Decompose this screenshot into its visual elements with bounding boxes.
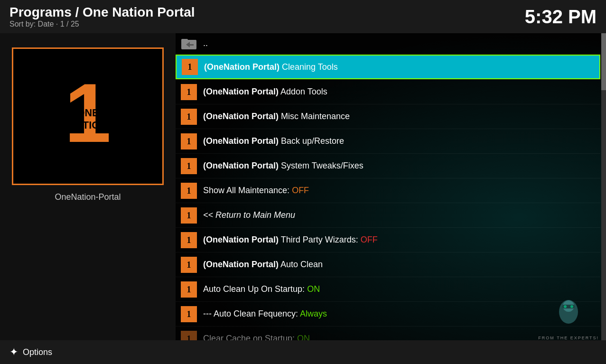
scrollbar[interactable] xyxy=(601,33,606,340)
list-item[interactable]: 1 Auto Clean Up On Startup: ON xyxy=(176,277,600,302)
list-item-text: (OneNation Portal) Auto Clean xyxy=(203,260,596,270)
thumbnail: 1 ONE NATION xyxy=(12,47,164,185)
svg-point-36 xyxy=(570,305,573,308)
options-icon: ✦ xyxy=(9,346,18,358)
svg-text:1: 1 xyxy=(187,211,191,220)
svg-text:1: 1 xyxy=(187,161,191,171)
svg-text:1: 1 xyxy=(187,112,191,121)
svg-text:1: 1 xyxy=(187,285,191,294)
list-item-text: (OneNation Portal) System Tweaks/Fixes xyxy=(203,161,596,171)
item-icon: 1 xyxy=(180,256,197,273)
sort-info: Sort by: Date · 1 / 25 xyxy=(9,20,195,28)
item-icon: 1 xyxy=(180,182,197,199)
svg-rect-5 xyxy=(181,39,188,42)
item-icon: 1 xyxy=(180,330,197,341)
svg-text:1: 1 xyxy=(187,235,191,245)
watermark: FROM THE EXPERTS! xyxy=(538,298,599,340)
watermark-text: FROM THE EXPERTS! xyxy=(538,336,599,340)
list-item[interactable]: 1 (OneNation Portal) Auto Clean xyxy=(176,252,600,277)
item-icon: 1 xyxy=(180,108,197,125)
list-item-text: (OneNation Portal) Misc Maintenance xyxy=(203,112,596,121)
list-item-text: --- Auto Clean Fequency: Always xyxy=(203,309,596,319)
left-panel: 1 ONE NATION OneNation-Portal xyxy=(0,33,176,340)
list-item[interactable]: 1 Clear Cache on Startup: ON xyxy=(176,327,600,340)
nav-up-item[interactable]: .. xyxy=(176,33,600,54)
list-item[interactable]: 1 (OneNation Portal) Back up/Restore xyxy=(176,129,600,154)
item-icon: 1 xyxy=(180,306,197,323)
clock: 5:32 PM xyxy=(525,6,597,28)
item-icon: 1 xyxy=(180,281,197,298)
header-left: Programs / One Nation Portal Sort by: Da… xyxy=(9,5,195,28)
thumbnail-label: OneNation-Portal xyxy=(55,192,121,202)
list-item-text: << Return to Main Menu xyxy=(203,210,596,220)
item-icon: 1 xyxy=(180,232,197,249)
svg-text:NATION: NATION xyxy=(69,120,107,131)
list-item[interactable]: 1 (OneNation Portal) Misc Maintenance xyxy=(176,104,600,129)
list-item[interactable]: 1 (OneNation Portal) System Tweaks/Fixes xyxy=(176,154,600,178)
svg-rect-7 xyxy=(189,44,194,46)
svg-point-35 xyxy=(564,305,567,308)
list-item-text: (OneNation Portal) Cleaning Tools xyxy=(204,62,595,72)
svg-text:ONE: ONE xyxy=(77,107,99,119)
svg-text:1: 1 xyxy=(187,334,191,341)
item-icon: 1 xyxy=(180,158,197,175)
header: Programs / One Nation Portal Sort by: Da… xyxy=(0,0,606,33)
options-button[interactable]: ✦ Options xyxy=(9,346,52,358)
svg-text:1: 1 xyxy=(187,309,191,319)
main-content: 1 ONE NATION OneNation-Portal xyxy=(0,33,606,340)
list-item[interactable]: 1 --- Auto Clean Fequency: Always xyxy=(176,302,600,327)
list-item[interactable]: 1 Show All Maintenance: OFF xyxy=(176,178,600,203)
scrollbar-thumb[interactable] xyxy=(601,33,606,90)
list-item[interactable]: 1 (OneNation Portal) Cleaning Tools xyxy=(176,55,600,79)
item-icon: 1 xyxy=(180,133,197,150)
list-item[interactable]: 1 (OneNation Portal) Third Party Wizards… xyxy=(176,228,600,252)
back-icon xyxy=(180,35,197,52)
right-panel[interactable]: .. 1 (OneNation Portal) Cleaning Tools xyxy=(176,33,606,340)
logo-image: 1 ONE NATION xyxy=(13,49,162,184)
svg-text:1: 1 xyxy=(187,87,191,97)
list-item-text: Clear Cache on Startup: ON xyxy=(203,334,596,340)
item-icon: 1 xyxy=(180,84,197,101)
list-item-text: Auto Clean Up On Startup: ON xyxy=(203,284,596,294)
item-icon: 1 xyxy=(180,207,197,224)
list-item-text: Show All Maintenance: OFF xyxy=(203,186,596,196)
item-list: .. 1 (OneNation Portal) Cleaning Tools xyxy=(176,33,606,340)
list-item-text: (OneNation Portal) Third Party Wizards: … xyxy=(203,235,596,245)
watermark-icon xyxy=(547,298,590,336)
nav-up-text: .. xyxy=(203,38,596,48)
list-item-text: (OneNation Portal) Addon Tools xyxy=(203,87,596,97)
list-item[interactable]: 1 << Return to Main Menu xyxy=(176,203,600,228)
svg-text:1: 1 xyxy=(187,137,191,146)
list-item[interactable]: 1 (OneNation Portal) Addon Tools xyxy=(176,80,600,104)
footer: ✦ Options xyxy=(0,340,606,364)
item-icon: 1 xyxy=(181,58,198,75)
list-item-text: (OneNation Portal) Back up/Restore xyxy=(203,136,596,146)
page-title: Programs / One Nation Portal xyxy=(9,5,195,20)
options-label: Options xyxy=(23,347,52,357)
svg-text:1: 1 xyxy=(187,260,191,270)
svg-text:1: 1 xyxy=(187,186,191,196)
svg-text:1: 1 xyxy=(188,62,192,72)
